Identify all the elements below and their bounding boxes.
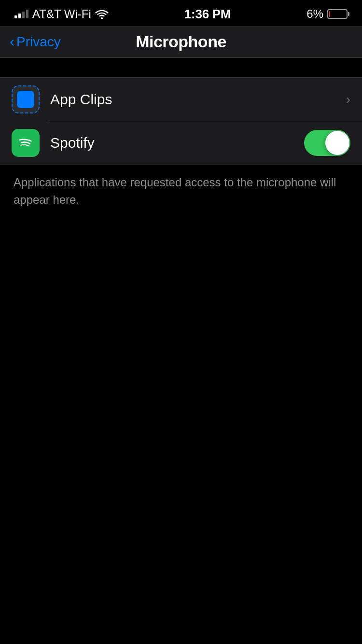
status-bar: AT&T Wi-Fi 1:36 PM 6% xyxy=(0,0,362,26)
nav-bar: ‹ Privacy Microphone xyxy=(0,26,362,58)
battery-fill xyxy=(329,11,330,17)
carrier-label: AT&T Wi-Fi xyxy=(32,7,91,21)
signal-bar-3 xyxy=(22,12,25,18)
battery-icon xyxy=(327,9,348,19)
app-clips-name: App Clips xyxy=(50,91,346,108)
svg-point-0 xyxy=(101,17,103,19)
status-time: 1:36 PM xyxy=(184,7,231,22)
page-title: Microphone xyxy=(136,32,226,51)
app-clips-icon-wrapper xyxy=(12,85,40,113)
spotify-icon-wrapper xyxy=(12,129,40,157)
section-spacer xyxy=(0,58,362,77)
app-clips-row[interactable]: App Clips › xyxy=(0,78,362,121)
signal-bar-4 xyxy=(26,10,28,18)
toggle-knob xyxy=(325,131,349,155)
footer-note: Applications that have requested access … xyxy=(0,165,362,217)
wifi-icon xyxy=(95,9,109,19)
signal-bars-icon xyxy=(14,10,28,18)
chevron-right-icon: › xyxy=(346,92,350,107)
app-clips-icon xyxy=(12,85,40,113)
battery-percent: 6% xyxy=(306,7,323,21)
app-list-section: App Clips › Spotify xyxy=(0,77,362,165)
svg-point-1 xyxy=(17,134,34,152)
back-chevron-icon: ‹ xyxy=(10,34,14,49)
spotify-icon xyxy=(12,129,40,157)
spotify-name: Spotify xyxy=(50,135,304,151)
signal-bar-2 xyxy=(18,14,21,18)
back-label: Privacy xyxy=(16,34,61,50)
status-left: AT&T Wi-Fi xyxy=(14,7,109,21)
app-clips-icon-inner xyxy=(17,91,34,108)
spotify-row: Spotify xyxy=(0,121,362,165)
status-right: 6% xyxy=(306,7,348,21)
spotify-microphone-toggle[interactable] xyxy=(304,130,350,156)
spotify-logo-icon xyxy=(17,134,34,152)
back-button[interactable]: ‹ Privacy xyxy=(10,34,61,50)
signal-bar-1 xyxy=(14,15,17,18)
